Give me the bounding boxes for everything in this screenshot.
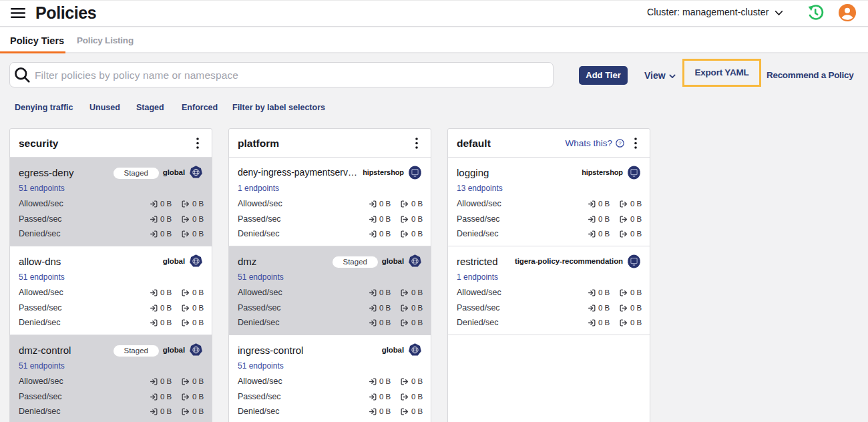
svg-text:?: ?: [618, 140, 622, 146]
